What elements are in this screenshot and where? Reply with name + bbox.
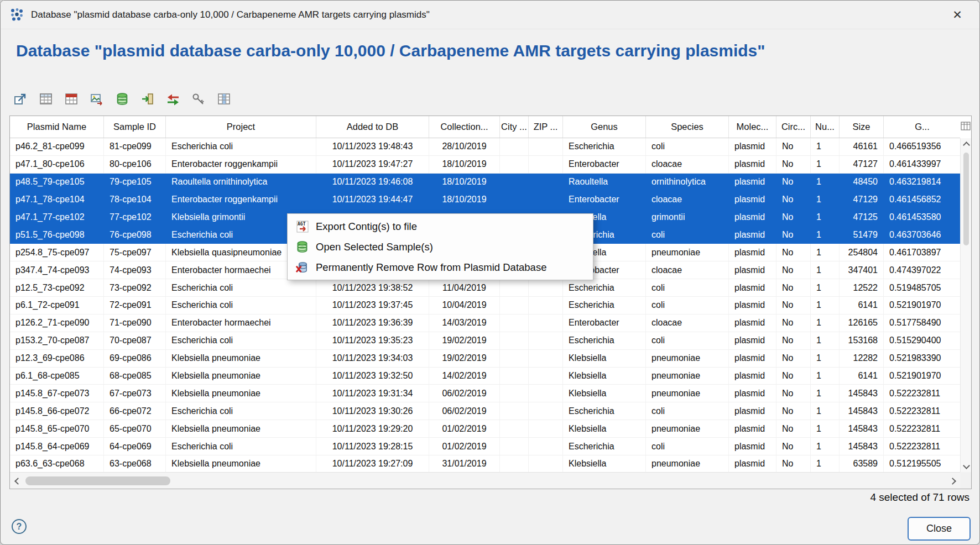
horizontal-scroll-thumb[interactable] xyxy=(25,476,170,485)
cell-added_to_db: 10/11/2023 19:35:23 xyxy=(316,332,429,349)
table-row[interactable]: p46.2_81-cpe09981-cpe099Escherichia coli… xyxy=(10,138,960,156)
cell-molecule: plasmid xyxy=(729,350,776,367)
cell-added_to_db: 10/11/2023 19:34:03 xyxy=(316,350,429,367)
column-header-added_to_db[interactable]: Added to DB xyxy=(316,116,429,138)
cell-sample_id: 79-cpe105 xyxy=(104,174,166,191)
selection-status: 4 selected of 71 rows xyxy=(870,491,969,504)
cell-gc: 0.466519356 xyxy=(884,138,960,155)
vertical-scrollbar[interactable] xyxy=(960,138,971,472)
cell-molecule: plasmid xyxy=(729,402,776,420)
import-icon[interactable] xyxy=(140,91,155,107)
cell-species: coli xyxy=(646,297,729,314)
cell-zip xyxy=(529,438,563,455)
cell-collection_date: 06/02/2019 xyxy=(429,402,500,420)
table-row[interactable]: p145.8_64-cpe06964-cpe069Escherichia col… xyxy=(10,438,960,455)
window-close-icon[interactable]: ✕ xyxy=(945,5,969,25)
cell-zip xyxy=(529,402,563,420)
cell-size: 46161 xyxy=(840,138,884,155)
cell-zip xyxy=(529,350,563,367)
column-header-number[interactable]: Nu... xyxy=(811,116,840,138)
cell-size: 145843 xyxy=(840,438,884,455)
column-header-molecule[interactable]: Molec... xyxy=(729,116,776,138)
menu-item-permanently-remove-row-from-plasmid-database[interactable]: Permanently Remove Row from Plasmid Data… xyxy=(288,257,593,277)
cell-sample_id: 73-cpe092 xyxy=(104,279,166,296)
help-button[interactable]: ? xyxy=(12,519,27,534)
cell-gc: 0.515290400 xyxy=(884,332,960,349)
column-header-size[interactable]: Size xyxy=(840,116,884,138)
cell-species: pneumoniae xyxy=(646,350,729,367)
column-header-genus[interactable]: Genus xyxy=(563,116,646,138)
cell-size: 12282 xyxy=(840,350,884,367)
cell-species: pneumoniae xyxy=(646,420,729,437)
column-picker-icon[interactable] xyxy=(961,121,971,131)
column-header-gc[interactable]: G... xyxy=(884,116,960,138)
cell-plasmid_name: p145.8_65-cpe070 xyxy=(10,420,104,437)
cell-zip xyxy=(529,332,563,349)
menu-item-open-selected-sample-s[interactable]: Open Selected Sample(s) xyxy=(288,237,593,257)
cell-added_to_db: 10/11/2023 19:44:47 xyxy=(316,191,429,208)
scroll-right-icon[interactable] xyxy=(945,473,960,489)
cell-added_to_db: 10/11/2023 19:38:52 xyxy=(316,279,429,296)
export-image-icon[interactable] xyxy=(89,91,105,107)
table-row[interactable]: p145.8_65-cpe07065-cpe070Klebsiella pneu… xyxy=(10,420,960,438)
column-header-city[interactable]: City ... xyxy=(500,116,529,138)
column-header-circular[interactable]: Circ... xyxy=(776,116,811,138)
table-row[interactable]: p153.2_70-cpe08770-cpe087Escherichia col… xyxy=(10,332,960,350)
column-header-zip[interactable]: ZIP ... xyxy=(529,116,563,138)
cell-zip xyxy=(529,174,563,191)
cell-size: 6141 xyxy=(840,368,884,385)
cell-number: 1 xyxy=(811,279,840,296)
cell-project: Escherichia coli xyxy=(166,332,316,349)
vertical-scroll-thumb[interactable] xyxy=(963,153,969,245)
open-sample-icon xyxy=(295,240,309,254)
table-row[interactable]: p145.8_67-cpe07367-cpe073Klebsiella pneu… xyxy=(10,385,960,402)
table-row[interactable]: p6.1_68-cpe08568-cpe085Klebsiella pneumo… xyxy=(10,368,960,385)
table-row[interactable]: p12.3_69-cpe08669-cpe086Klebsiella pneum… xyxy=(10,350,960,368)
table-row[interactable]: p47.1_80-cpe10680-cpe106Enterobacter rog… xyxy=(10,156,960,174)
scroll-up-icon[interactable] xyxy=(961,138,972,151)
horizontal-scrollbar[interactable] xyxy=(10,472,960,489)
column-header-plasmid_name[interactable]: Plasmid Name xyxy=(10,116,104,138)
cell-collection_date: 31/01/2019 xyxy=(429,455,500,472)
save-table-icon[interactable] xyxy=(64,91,79,107)
export-icon[interactable] xyxy=(13,91,28,107)
swap-arrows-icon[interactable] xyxy=(165,91,181,107)
column-header-project[interactable]: Project xyxy=(166,116,316,138)
cell-city xyxy=(500,368,529,385)
cell-circular: No xyxy=(776,315,811,332)
plasmid-table: Plasmid NameSample IDProjectAdded to DBC… xyxy=(9,116,972,489)
table-icon[interactable] xyxy=(38,91,54,107)
cell-number: 1 xyxy=(811,174,840,191)
database-icon[interactable] xyxy=(114,91,130,107)
scroll-down-icon[interactable] xyxy=(961,459,972,472)
table-row[interactable]: p126.2_71-cpe09071-cpe090Enterobacter ho… xyxy=(10,315,960,332)
cell-species: coli xyxy=(646,402,729,420)
table-row[interactable]: p48.5_79-cpe10579-cpe105Raoultella ornit… xyxy=(10,174,960,191)
cell-plasmid_name: p47.1_77-cpe102 xyxy=(10,209,104,226)
cell-sample_id: 69-cpe086 xyxy=(104,350,166,367)
close-button[interactable]: Close xyxy=(908,517,971,541)
column-grid-icon[interactable] xyxy=(216,91,232,107)
scroll-left-icon[interactable] xyxy=(10,473,25,489)
cell-species: pneumoniae xyxy=(646,385,729,402)
cell-added_to_db: 10/11/2023 19:48:43 xyxy=(316,138,429,155)
cell-added_to_db: 10/11/2023 19:36:39 xyxy=(316,315,429,332)
column-header-species[interactable]: Species xyxy=(646,116,729,138)
table-row[interactable]: p6.1_72-cpe09172-cpe091Escherichia coli1… xyxy=(10,297,960,315)
cell-molecule: plasmid xyxy=(729,279,776,296)
table-row[interactable]: p145.8_66-cpe07266-cpe072Escherichia col… xyxy=(10,402,960,420)
menu-item-export-contig-s-to-file[interactable]: AGTExport Contig(s) to file xyxy=(288,216,593,237)
cell-circular: No xyxy=(776,279,811,296)
cell-species: coli xyxy=(646,138,729,155)
context-menu: AGTExport Contig(s) to fileOpen Selected… xyxy=(287,213,593,280)
table-row[interactable]: p63.6_63-cpe06863-cpe068Klebsiella pneum… xyxy=(10,455,960,472)
cell-zip xyxy=(529,455,563,472)
column-header-collection_date[interactable]: Collection... xyxy=(429,116,500,138)
table-row[interactable]: p12.5_73-cpe09273-cpe092Escherichia coli… xyxy=(10,279,960,297)
cell-collection_date: 11/04/2019 xyxy=(429,279,500,296)
key-icon[interactable] xyxy=(191,91,206,107)
cell-gc: 0.463703646 xyxy=(884,226,960,243)
cell-project: Escherichia coli xyxy=(166,297,316,314)
table-row[interactable]: p47.1_78-cpe10478-cpe104Enterobacter rog… xyxy=(10,191,960,209)
column-header-sample_id[interactable]: Sample ID xyxy=(104,116,166,138)
